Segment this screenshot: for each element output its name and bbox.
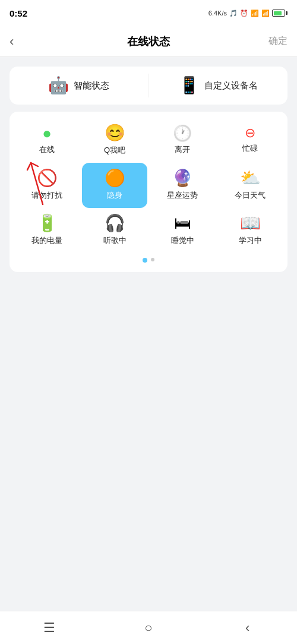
weather-icon: ⛅ xyxy=(240,170,261,187)
dot-2 xyxy=(151,258,154,261)
wifi-icon: 📶 xyxy=(261,10,270,17)
menu-button[interactable]: ☰ xyxy=(35,614,64,642)
busy-label: 忙碌 xyxy=(242,143,258,154)
dot-1 xyxy=(143,258,147,263)
bottom-navigation: ☰ ○ ‹ xyxy=(0,611,297,644)
sleeping-icon: 🛏 xyxy=(174,215,191,232)
invisible-icon: 🟠 xyxy=(105,170,125,187)
battery-status-button[interactable]: 🔋 我的电量 xyxy=(14,208,80,253)
qme-status-button[interactable]: 😊 Q我吧 xyxy=(82,118,147,163)
away-status-button[interactable]: 🕐 离开 xyxy=(150,118,215,163)
smart-status-label: 智能状态 xyxy=(74,80,109,91)
main-content: 🤖 智能状态 📱 自定义设备名 ● 在线 😊 Q我吧 🕐 离开 xyxy=(0,57,297,541)
custom-device-label: 自定义设备名 xyxy=(204,80,258,91)
wide-card-row: 🤖 智能状态 📱 自定义设备名 xyxy=(10,67,287,105)
home-button[interactable]: ○ xyxy=(134,614,163,642)
sleeping-label: 睡觉中 xyxy=(171,235,194,246)
custom-device-button[interactable]: 📱 自定义设备名 xyxy=(149,67,288,105)
online-label: 在线 xyxy=(39,144,55,155)
status-time: 0:52 xyxy=(10,8,27,18)
top-navigation: ‹ 在线状态 确定 xyxy=(0,26,297,57)
pagination-dots xyxy=(14,253,283,266)
horoscope-label: 星座运势 xyxy=(167,190,198,201)
invisible-status-button[interactable]: 🟠 隐身 xyxy=(82,163,147,208)
signal-icon: 📶 xyxy=(251,10,259,17)
dnd-label: 请勿打扰 xyxy=(31,190,62,201)
grid-row-2: 🚫 请勿打扰 🟠 隐身 🔮 星座运势 xyxy=(14,163,283,208)
network-speed: 6.4K/s xyxy=(208,10,227,17)
invisible-label: 隐身 xyxy=(107,190,122,201)
status-icons: 6.4K/s 🎵 ⏰ 📶 📶 xyxy=(208,10,287,17)
busy-icon: ⊖ xyxy=(245,127,255,140)
away-label: 离开 xyxy=(175,144,190,155)
horoscope-icon: 🔮 xyxy=(172,170,193,187)
dnd-status-button[interactable]: 🚫 请勿打扰 xyxy=(14,163,80,208)
clock-icon: 🕐 xyxy=(173,125,192,141)
sleeping-status-button[interactable]: 🛏 睡觉中 xyxy=(150,208,215,253)
studying-status-button[interactable]: 📖 学习中 xyxy=(217,208,283,253)
busy-status-button[interactable]: ⊖ 忙碌 xyxy=(217,118,283,163)
bluetooth-icon: 🎵 xyxy=(229,10,238,17)
page-title: 在线状态 xyxy=(127,34,170,49)
phone-icon: 📱 xyxy=(179,77,200,94)
status-bar: 0:52 6.4K/s 🎵 ⏰ 📶 📶 xyxy=(0,0,297,26)
studying-icon: 📖 xyxy=(240,215,261,232)
battery-status-icon: 🔋 xyxy=(37,215,58,232)
music-status-button[interactable]: 🎧 听歌中 xyxy=(82,208,147,253)
battery-label: 我的电量 xyxy=(31,235,62,246)
weather-status-button[interactable]: ⛅ 今日天气 xyxy=(217,163,283,208)
online-icon: ● xyxy=(42,125,52,141)
back-button[interactable]: ‹ xyxy=(10,34,33,49)
back-nav-button[interactable]: ‹ xyxy=(233,614,262,642)
empty-area xyxy=(10,279,287,541)
studying-label: 学习中 xyxy=(239,235,262,246)
horoscope-status-button[interactable]: 🔮 星座运势 xyxy=(150,163,215,208)
grid-row-1: ● 在线 😊 Q我吧 🕐 离开 ⊖ 忙碌 xyxy=(14,118,283,163)
robot-icon: 🤖 xyxy=(48,77,69,94)
headphones-icon: 🎧 xyxy=(105,215,125,232)
music-label: 听歌中 xyxy=(103,235,127,246)
smart-status-button[interactable]: 🤖 智能状态 xyxy=(10,67,148,105)
battery-icon xyxy=(272,10,287,17)
smile-icon: 😊 xyxy=(105,125,125,141)
confirm-button[interactable]: 确定 xyxy=(264,35,287,48)
qme-label: Q我吧 xyxy=(104,145,125,156)
alarm-icon: ⏰ xyxy=(240,10,248,17)
online-status-button[interactable]: ● 在线 xyxy=(14,118,80,163)
status-grid: ● 在线 😊 Q我吧 🕐 离开 ⊖ 忙碌 🚫 请勿打扰 xyxy=(10,112,287,272)
dnd-icon: 🚫 xyxy=(37,170,58,187)
weather-label: 今日天气 xyxy=(235,190,266,201)
grid-row-3: 🔋 我的电量 🎧 听歌中 🛏 睡觉中 📖 学习中 xyxy=(14,208,283,253)
